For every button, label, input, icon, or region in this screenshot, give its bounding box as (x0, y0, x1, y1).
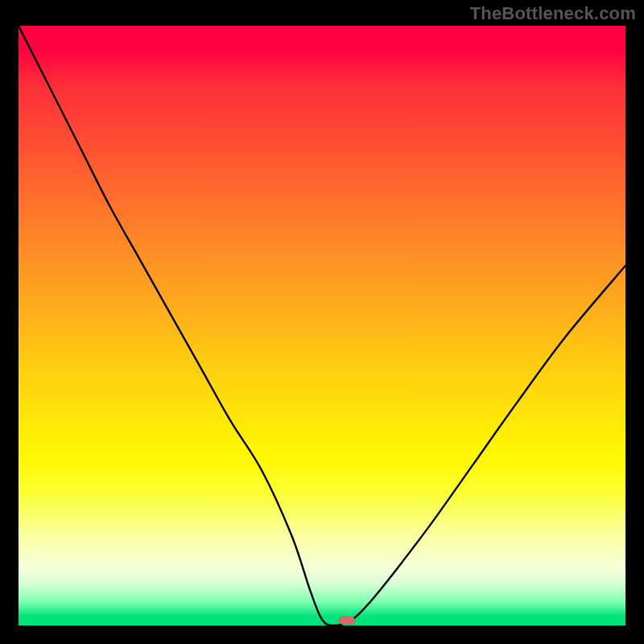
bottleneck-curve (19, 26, 625, 625)
attribution-watermark: TheBottleneck.com (470, 3, 636, 24)
plot-area (19, 26, 625, 625)
chart-frame: TheBottleneck.com (0, 0, 644, 644)
optimal-point-marker (339, 617, 355, 625)
